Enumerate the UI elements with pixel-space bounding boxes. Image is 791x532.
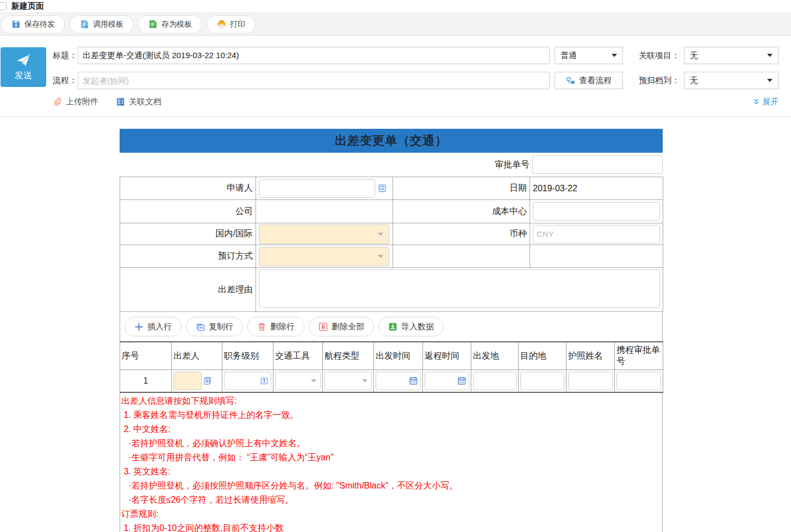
note-line: ·若持护照登机，必须按照护照顺序区分姓与名。例如: "Smith/Black"，… xyxy=(121,479,662,493)
domestic-intl-select[interactable] xyxy=(259,224,389,244)
chevron-down-icon xyxy=(378,233,383,236)
use-template-icon xyxy=(80,20,89,29)
applicant-input[interactable] xyxy=(259,179,375,198)
copy-icon xyxy=(196,322,205,331)
fill-rules-notes: 出差人信息请按如下规则填写: 1. 乘客姓名需与登机所持证件上的名字一致。 2.… xyxy=(120,393,663,532)
passport-name-input[interactable] xyxy=(568,372,613,390)
note-line: 2. 中文姓名: xyxy=(121,422,662,436)
title-input[interactable] xyxy=(78,47,550,64)
company-value-cell xyxy=(256,200,393,223)
col-job-level: 职务级别 xyxy=(222,342,273,370)
depart-time-input[interactable] xyxy=(376,372,421,390)
priority-select[interactable]: 普通 xyxy=(555,47,623,64)
save-template-icon xyxy=(148,20,158,29)
note-line: 订票规则: xyxy=(121,507,662,521)
expand-label: 展开 xyxy=(762,97,778,107)
delete-all-button[interactable]: 删除全部 xyxy=(309,317,374,336)
use-template-button[interactable]: 调用模板 xyxy=(70,15,134,34)
related-project-select[interactable]: 无 xyxy=(684,47,778,64)
transport-select[interactable] xyxy=(275,372,321,390)
approval-number-input[interactable] xyxy=(532,155,663,174)
note-line: ·若持护照登机，必须确认护照上有中文姓名。 xyxy=(121,436,662,450)
page-titlebar: 新建页面 xyxy=(0,0,791,13)
prearchive-select[interactable]: 无 xyxy=(684,72,778,89)
expand-link[interactable]: 展开 xyxy=(752,97,778,107)
person-picker-icon[interactable] xyxy=(378,184,387,193)
prearchive-label: 预归档到： xyxy=(623,76,684,86)
approval-number-label: 审批单号 xyxy=(495,159,530,171)
import-data-button[interactable]: 导入数据 xyxy=(378,317,444,336)
print-icon xyxy=(217,20,226,29)
col-seq: 序号 xyxy=(120,342,172,370)
flow-input[interactable] xyxy=(78,72,550,89)
note-line: 1. 折扣为0-10之间的整数,目前不支持小数 xyxy=(121,521,662,532)
person-picker-icon[interactable] xyxy=(203,377,211,385)
paperclip-icon xyxy=(53,97,62,107)
seq-value: 1 xyxy=(120,370,172,392)
form-fields-table: 申请人 日期 2019-03-22 公司 成本中心 国内/国际 币种 预订方式 xyxy=(120,177,663,312)
double-chevron-down-icon xyxy=(752,98,760,106)
trash-box-icon xyxy=(319,322,328,331)
traveler-input[interactable] xyxy=(173,372,202,390)
traveler-detail-table: 序号 出差人 职务级别 交通工具 航程类型 出发时间 返程时间 出发地 目的地 … xyxy=(120,341,663,393)
date-label: 日期 xyxy=(393,177,530,200)
copy-row-button[interactable]: 复制行 xyxy=(186,317,243,336)
col-traveler: 出差人 xyxy=(172,342,222,370)
destination-input[interactable] xyxy=(520,372,564,390)
route-type-select[interactable] xyxy=(325,372,372,390)
related-document-link[interactable]: 关联文档 xyxy=(116,97,161,107)
upload-attachment-link[interactable]: 上传附件 xyxy=(53,97,98,107)
col-passport-name: 护照姓名 xyxy=(566,342,615,370)
send-label: 发送 xyxy=(15,70,32,82)
insert-row-label: 插入行 xyxy=(147,322,172,332)
approval-number-row: 审批单号 xyxy=(120,153,663,177)
priority-value: 普通 xyxy=(560,51,577,61)
col-return-time: 返程时间 xyxy=(423,342,471,370)
level-picker-icon[interactable] xyxy=(260,377,269,385)
related-project-label: 关联项目： xyxy=(623,51,684,61)
save-template-label: 存为模板 xyxy=(161,20,192,29)
copy-row-label: 复制行 xyxy=(209,322,233,332)
save-draft-button[interactable]: 保存待发 xyxy=(1,15,65,34)
chevron-down-icon xyxy=(311,379,316,383)
toolbar: 保存待发 调用模板 存为模板 打印 xyxy=(0,13,791,36)
ctrip-approval-no-input[interactable] xyxy=(616,372,661,390)
send-button[interactable]: 发送 xyxy=(1,47,46,87)
use-template-label: 调用模板 xyxy=(93,20,123,29)
note-line: 3. 英文姓名: xyxy=(121,465,662,479)
upload-attachment-label: 上传附件 xyxy=(66,97,98,107)
flow-label: 流程： xyxy=(53,76,78,86)
col-ctrip-approval-no: 携程审批单号 xyxy=(615,342,663,370)
delete-row-button[interactable]: 删除行 xyxy=(247,317,304,336)
chevron-down-icon xyxy=(767,79,773,82)
empty-cell xyxy=(393,245,530,268)
booking-method-label: 预订方式 xyxy=(120,245,256,268)
booking-method-select[interactable] xyxy=(259,247,389,266)
related-document-label: 关联文档 xyxy=(129,97,161,107)
title-label: 标题： xyxy=(53,51,78,61)
return-time-input[interactable] xyxy=(425,372,469,390)
chevron-down-icon xyxy=(362,379,368,383)
calendar-icon[interactable] xyxy=(409,376,418,385)
cost-center-label: 成本中心 xyxy=(393,200,530,223)
save-template-button[interactable]: 存为模板 xyxy=(138,15,202,34)
company-label: 公司 xyxy=(120,200,256,223)
view-flow-button[interactable]: 查看流程 xyxy=(555,72,623,89)
currency-label: 币种 xyxy=(393,223,530,245)
cost-center-input[interactable] xyxy=(533,202,660,221)
applicant-label: 申请人 xyxy=(120,177,256,200)
import-icon xyxy=(388,322,397,331)
col-origin: 出发地 xyxy=(471,342,519,370)
page-title: 新建页面 xyxy=(11,1,44,11)
origin-input[interactable] xyxy=(473,372,516,390)
paper-plane-icon xyxy=(15,53,32,68)
insert-row-button[interactable]: 插入行 xyxy=(124,317,182,336)
job-level-input[interactable] xyxy=(224,372,271,390)
col-destination: 目的地 xyxy=(519,342,566,370)
calendar-icon[interactable] xyxy=(457,376,466,385)
trip-reason-textarea[interactable] xyxy=(259,270,660,308)
trip-change-form: 出差变更单（交通） 审批单号 申请人 日期 2019-03-22 公司 成本中心… xyxy=(120,129,663,532)
currency-input[interactable] xyxy=(533,225,660,243)
print-button[interactable]: 打印 xyxy=(207,15,256,34)
import-data-label: 导入数据 xyxy=(401,322,434,332)
